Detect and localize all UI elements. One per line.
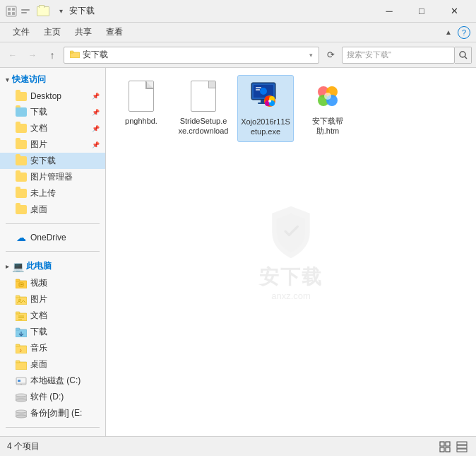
folder-icon — [37, 6, 49, 16]
desktop3-folder-icon — [16, 359, 27, 370]
sidebar-item-download2-label: 下载 — [30, 326, 47, 338]
file-label-xojo: Xojo2016r11Setup.exe — [241, 117, 290, 137]
menu-view[interactable]: 查看 — [99, 23, 130, 41]
computer-header[interactable]: ▸ 💻 此电脑 — [0, 257, 105, 275]
sidebar-item-pic-manager[interactable]: 图片管理器 — [0, 169, 105, 185]
address-bar[interactable]: 安下载 ▾ — [64, 47, 319, 64]
computer-arrow: ▸ — [6, 263, 9, 270]
quick-access-header[interactable]: ▾ 快速访问 — [0, 71, 105, 88]
divider-3 — [6, 427, 100, 428]
watermark-shield-svg — [263, 204, 319, 260]
svg-rect-66 — [446, 448, 450, 452]
nav-bar: ← → ↑ 安下载 ▾ ⟳ 搜索"安下载" — [0, 42, 476, 68]
sidebar-item-download[interactable]: 下载 📌 — [0, 104, 105, 120]
sidebar-item-music[interactable]: ♪ 音乐 — [0, 340, 105, 356]
forward-button[interactable]: → — [24, 47, 41, 64]
search-button[interactable] — [455, 47, 472, 64]
sidebar-item-network[interactable]: 🌐 网络 — [0, 433, 105, 436]
svg-rect-46 — [256, 87, 261, 88]
sidebar-item-drive-e[interactable]: 备份[勿删] (E: — [0, 405, 105, 421]
minimize-button[interactable]: ─ — [373, 0, 405, 23]
not-uploaded-folder-icon — [16, 188, 27, 199]
sidebar-item-pictures2[interactable]: 图片 — [0, 291, 105, 308]
sidebar-item-desktop2[interactable]: 桌面 — [0, 201, 105, 218]
sidebar-item-docs2[interactable]: 文档 — [0, 308, 105, 324]
up-button[interactable]: ↑ — [44, 47, 61, 64]
sidebar-item-desktop[interactable]: Desktop 📌 — [0, 88, 105, 104]
divider-2 — [6, 251, 100, 252]
svg-rect-5 — [21, 9, 30, 11]
main-layout: ▾ 快速访问 Desktop 📌 下载 📌 — [0, 68, 476, 436]
svg-rect-67 — [457, 442, 467, 445]
watermark: 安下载 anxz.com — [259, 204, 323, 300]
collapse-ribbon-button[interactable]: ▲ — [442, 27, 455, 37]
svg-rect-0 — [6, 6, 16, 16]
view-grid-button[interactable] — [438, 440, 452, 454]
xojo-icon-svg — [249, 80, 282, 114]
menu-home[interactable]: 主页 — [37, 23, 68, 41]
quick-access-section: ▾ 快速访问 Desktop 📌 下载 📌 — [0, 68, 105, 221]
window-controls: ─ □ ✕ — [373, 0, 470, 23]
sidebar-item-anzixai[interactable]: 安下载 — [0, 153, 105, 169]
anzixai-folder-icon — [16, 156, 27, 167]
download-folder-icon — [16, 107, 27, 118]
path-text: 安下载 — [83, 49, 108, 61]
sidebar-item-download-label: 下载 — [30, 106, 47, 118]
sidebar-item-onedrive[interactable]: ☁ OneDrive — [0, 230, 105, 245]
svg-point-62 — [324, 93, 331, 100]
drive-c-icon — [16, 375, 27, 387]
sidebar-item-pictures2-label: 图片 — [30, 293, 47, 305]
watermark-text1: 安下载 — [259, 263, 323, 290]
sidebar-item-download2[interactable]: 下载 — [0, 324, 105, 340]
sidebar-item-video[interactable]: 视频 — [0, 275, 105, 291]
file-item-xojo[interactable]: Xojo2016r11Setup.exe — [237, 75, 294, 142]
htm-icon-svg — [312, 81, 343, 112]
file-icon-xojo — [249, 80, 282, 114]
maximize-button[interactable]: □ — [405, 0, 438, 23]
docs-folder-icon — [16, 123, 27, 134]
pin-icon-desktop: 📌 — [92, 93, 100, 100]
drive-d-icon — [16, 392, 27, 403]
dropdown-arrow-icon[interactable]: ▾ — [55, 6, 66, 17]
pictures-folder-icon — [16, 139, 27, 151]
svg-rect-29 — [16, 362, 27, 370]
quick-access-icon — [20, 6, 31, 17]
file-item-htm[interactable]: 安下载帮助.htm — [299, 75, 356, 142]
sidebar-item-pictures[interactable]: 图片 📌 — [0, 136, 105, 153]
back-button[interactable]: ← — [4, 47, 21, 64]
svg-point-37 — [16, 394, 27, 397]
path-dropdown-icon[interactable]: ▾ — [309, 52, 313, 59]
title-bar-icons: ▾ — [6, 6, 66, 17]
view-list-button[interactable] — [455, 440, 469, 454]
menu-file[interactable]: 文件 — [6, 23, 37, 41]
sidebar-item-desktop3[interactable]: 桌面 — [0, 356, 105, 373]
sidebar-item-docs[interactable]: 文档 📌 — [0, 120, 105, 136]
file-label-htm: 安下载帮助.htm — [302, 116, 353, 136]
pin-icon-docs: 📌 — [92, 125, 100, 132]
svg-rect-68 — [457, 445, 467, 448]
content-area: 安下载 anxz.com pnghhbd. — [106, 68, 476, 436]
network-icon: 🌐 — [16, 436, 27, 437]
drive-e-icon — [16, 408, 27, 419]
svg-rect-3 — [8, 12, 11, 15]
sidebar-item-docs2-label: 文档 — [30, 310, 47, 322]
search-placeholder: 搜索"安下载" — [347, 49, 391, 60]
svg-rect-1 — [8, 8, 11, 11]
close-button[interactable]: ✕ — [438, 0, 470, 23]
sidebar-item-drive-c[interactable]: 本地磁盘 (C:) — [0, 373, 105, 389]
sidebar: ▾ 快速访问 Desktop 📌 下载 📌 — [0, 68, 106, 436]
sidebar-item-not-uploaded[interactable]: 未上传 — [0, 185, 105, 201]
system-icon — [6, 6, 17, 17]
sidebar-item-desktop2-label: 桌面 — [30, 204, 47, 216]
svg-rect-63 — [440, 442, 444, 446]
svg-rect-35 — [18, 380, 20, 382]
sidebar-item-drive-d[interactable]: 软件 (D:) — [0, 389, 105, 405]
title-bar: ▾ 安下载 ─ □ ✕ — [0, 0, 476, 23]
refresh-button[interactable]: ⟳ — [322, 47, 339, 64]
svg-rect-15 — [16, 297, 27, 305]
file-item-stride[interactable]: StrideSetup.exe.crdownload — [175, 75, 232, 142]
search-input[interactable]: 搜索"安下载" — [342, 47, 455, 64]
file-item-pnghhbd[interactable]: pnghhbd. — [113, 75, 169, 142]
menu-share[interactable]: 共享 — [68, 23, 99, 41]
help-button[interactable]: ? — [458, 26, 470, 39]
